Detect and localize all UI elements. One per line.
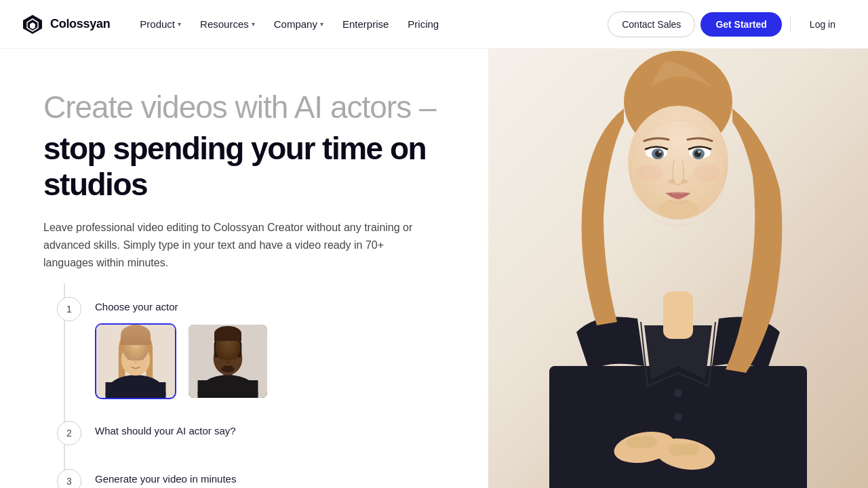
svg-point-54 xyxy=(636,165,663,181)
nav-item-enterprise[interactable]: Enterprise xyxy=(334,13,397,35)
nav-left: Colossyan Product ▾ Resources ▾ Company … xyxy=(22,13,447,35)
navbar: Colossyan Product ▾ Resources ▾ Company … xyxy=(0,0,868,49)
svg-rect-19 xyxy=(198,380,258,398)
chevron-down-icon: ▾ xyxy=(178,20,181,28)
step-2: 2 What should your AI actor say? xyxy=(57,421,448,447)
svg-point-13 xyxy=(134,361,137,363)
step-number-3: 3 xyxy=(57,469,81,488)
actor-2-image xyxy=(189,325,267,398)
svg-point-32 xyxy=(674,389,682,397)
step-1: 1 Choose your actor xyxy=(57,297,448,399)
ai-actress-figure xyxy=(536,49,821,488)
chevron-down-icon: ▾ xyxy=(252,20,255,28)
hero-description: Leave professional video editing to Colo… xyxy=(43,219,423,272)
nav-divider xyxy=(790,16,791,33)
nav-label-company: Company xyxy=(274,18,317,30)
svg-point-12 xyxy=(139,357,144,360)
hero-title-light: Create videos with AI actors – xyxy=(43,89,448,125)
svg-point-37 xyxy=(638,436,657,448)
actor-card-1[interactable] xyxy=(95,323,176,399)
svg-point-26 xyxy=(220,357,223,359)
step-3: 3 Generate your video in minutes xyxy=(57,469,448,488)
login-button[interactable]: Log in xyxy=(799,12,846,37)
step-1-label: Choose your actor xyxy=(95,301,269,312)
svg-point-51 xyxy=(698,151,701,153)
hero-title-bold: stop spending your time on studios xyxy=(43,131,448,203)
svg-rect-23 xyxy=(237,343,242,357)
svg-point-24 xyxy=(220,356,224,359)
svg-point-29 xyxy=(226,361,230,363)
svg-point-25 xyxy=(231,356,236,359)
svg-point-15 xyxy=(129,338,139,350)
hero-content: Create videos with AI actors – stop spen… xyxy=(0,49,448,488)
nav-label-pricing: Pricing xyxy=(408,18,439,30)
nav-item-resources[interactable]: Resources ▾ xyxy=(192,13,263,35)
svg-point-55 xyxy=(693,165,720,181)
contact-sales-button[interactable]: Contact Sales xyxy=(608,12,695,37)
svg-point-52 xyxy=(668,180,675,184)
svg-point-27 xyxy=(233,357,235,359)
svg-point-21 xyxy=(214,335,242,353)
step-number-1: 1 xyxy=(57,297,81,321)
nav-right: Contact Sales Get Started Log in xyxy=(608,12,846,37)
nav-label-product: Product xyxy=(140,18,175,30)
svg-point-39 xyxy=(681,443,700,455)
actor-card-2[interactable] xyxy=(187,323,269,399)
step-3-label: Generate your video in minutes xyxy=(95,473,236,485)
svg-point-56 xyxy=(658,199,698,218)
svg-point-33 xyxy=(674,413,682,421)
actor-1-image xyxy=(96,325,175,398)
svg-point-14 xyxy=(121,333,151,357)
hero-section: Create videos with AI actors – stop spen… xyxy=(0,49,868,488)
svg-rect-40 xyxy=(663,291,693,339)
svg-point-53 xyxy=(682,180,688,184)
nav-item-company[interactable]: Company ▾ xyxy=(266,13,332,35)
nav-item-product[interactable]: Product ▾ xyxy=(132,13,189,35)
svg-rect-9 xyxy=(106,382,166,398)
step-1-content: Choose your actor xyxy=(95,297,269,399)
get-started-button[interactable]: Get Started xyxy=(701,12,781,37)
nav-label-resources: Resources xyxy=(200,18,249,30)
logo-icon xyxy=(22,14,43,35)
svg-point-11 xyxy=(127,357,132,360)
step-number-2: 2 xyxy=(57,421,81,445)
logo[interactable]: Colossyan xyxy=(22,14,110,35)
svg-point-47 xyxy=(658,151,661,153)
steps-list: 1 Choose your actor xyxy=(43,297,448,488)
svg-rect-22 xyxy=(214,343,220,357)
step-3-content: Generate your video in minutes xyxy=(95,469,236,488)
chevron-down-icon: ▾ xyxy=(320,20,323,28)
nav-item-pricing[interactable]: Pricing xyxy=(399,13,447,35)
nav-label-enterprise: Enterprise xyxy=(342,18,389,30)
svg-point-10 xyxy=(121,344,151,375)
nav-links: Product ▾ Resources ▾ Company ▾ Enterpri… xyxy=(132,13,447,35)
hero-image xyxy=(488,49,868,488)
step-2-content: What should your AI actor say? xyxy=(95,421,236,447)
brand-name: Colossyan xyxy=(50,17,110,31)
actor-cards xyxy=(95,323,269,399)
step-2-label: What should your AI actor say? xyxy=(95,425,236,436)
